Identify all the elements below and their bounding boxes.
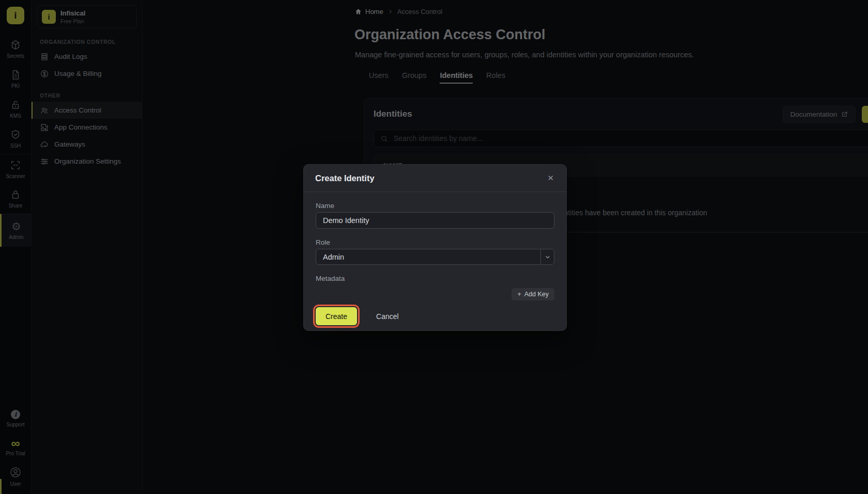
modal-close-button[interactable]: ✕: [546, 172, 555, 184]
role-field-label: Role: [316, 238, 554, 246]
plus-icon: +: [517, 291, 521, 298]
close-icon: ✕: [547, 173, 554, 182]
role-selected-value: Admin: [323, 253, 344, 261]
metadata-field-label: Metadata: [316, 275, 554, 282]
cancel-button[interactable]: Cancel: [373, 312, 402, 321]
identity-name-input[interactable]: [316, 212, 554, 229]
modal-title: Create Identity: [315, 173, 375, 183]
create-button[interactable]: Create: [316, 307, 357, 325]
infisical-app: i Secrets PKI KMS SSH Scanner: [0, 0, 868, 494]
add-key-label: Add Key: [524, 291, 549, 298]
add-key-button[interactable]: + Add Key: [512, 288, 554, 300]
name-field-label: Name: [316, 202, 554, 210]
modal-footer: Create Cancel: [316, 307, 554, 325]
metadata-actions-row: + Add Key: [316, 288, 554, 300]
modal-body: Name Role Admin Metadata + Add Key Creat…: [304, 202, 566, 325]
role-select[interactable]: Admin: [316, 249, 554, 265]
create-identity-modal: Create Identity ✕ Name Role Admin Metada…: [303, 164, 567, 331]
modal-header: Create Identity ✕: [304, 165, 566, 192]
chevron-down-icon: [540, 249, 554, 264]
